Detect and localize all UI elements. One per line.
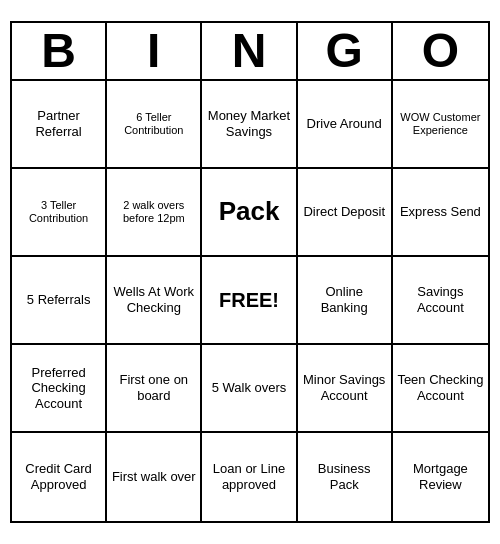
bingo-cell-24: Mortgage Review — [393, 433, 488, 521]
bingo-cell-4: WOW Customer Experience — [393, 81, 488, 169]
bingo-letter-G: G — [298, 23, 393, 79]
bingo-cell-11: Wells At Work Checking — [107, 257, 202, 345]
bingo-cell-3: Drive Around — [298, 81, 393, 169]
bingo-grid: Partner Referral6 Teller ContributionMon… — [12, 81, 488, 521]
bingo-letter-N: N — [202, 23, 297, 79]
bingo-cell-12: FREE! — [202, 257, 297, 345]
bingo-cell-15: Preferred Checking Account — [12, 345, 107, 433]
bingo-card: BINGO Partner Referral6 Teller Contribut… — [10, 21, 490, 523]
bingo-cell-23: Business Pack — [298, 433, 393, 521]
bingo-cell-7: Pack — [202, 169, 297, 257]
bingo-cell-0: Partner Referral — [12, 81, 107, 169]
bingo-cell-1: 6 Teller Contribution — [107, 81, 202, 169]
bingo-cell-21: First walk over — [107, 433, 202, 521]
bingo-header: BINGO — [12, 23, 488, 81]
bingo-letter-I: I — [107, 23, 202, 79]
bingo-cell-2: Money Market Savings — [202, 81, 297, 169]
bingo-letter-O: O — [393, 23, 488, 79]
bingo-cell-19: Teen Checking Account — [393, 345, 488, 433]
bingo-cell-14: Savings Account — [393, 257, 488, 345]
bingo-cell-8: Direct Deposit — [298, 169, 393, 257]
bingo-cell-13: Online Banking — [298, 257, 393, 345]
bingo-cell-18: Minor Savings Account — [298, 345, 393, 433]
bingo-cell-20: Credit Card Approved — [12, 433, 107, 521]
bingo-letter-B: B — [12, 23, 107, 79]
bingo-cell-5: 3 Teller Contribution — [12, 169, 107, 257]
bingo-cell-6: 2 walk overs before 12pm — [107, 169, 202, 257]
bingo-cell-17: 5 Walk overs — [202, 345, 297, 433]
bingo-cell-9: Express Send — [393, 169, 488, 257]
bingo-cell-22: Loan or Line approved — [202, 433, 297, 521]
bingo-cell-10: 5 Referrals — [12, 257, 107, 345]
bingo-cell-16: First one on board — [107, 345, 202, 433]
